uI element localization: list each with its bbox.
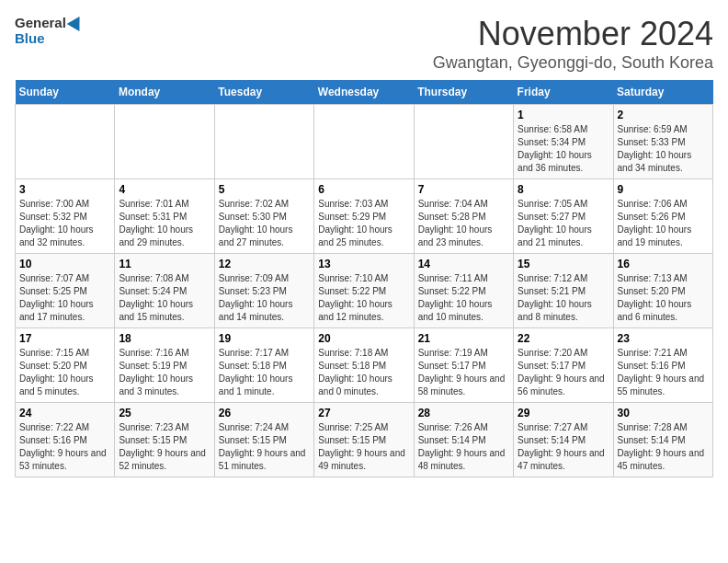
day-number: 18 (119, 332, 210, 345)
day-info: Sunrise: 7:16 AMSunset: 5:19 PMDaylight:… (119, 347, 210, 398)
day-number: 17 (19, 332, 110, 345)
calendar-cell: 8Sunrise: 7:05 AMSunset: 5:27 PMDaylight… (514, 179, 613, 254)
column-header-monday: Monday (115, 80, 214, 105)
day-number: 6 (318, 183, 409, 196)
calendar-cell (414, 105, 513, 179)
day-number: 9 (618, 183, 709, 196)
calendar-week-1: 1Sunrise: 6:58 AMSunset: 5:34 PMDaylight… (16, 105, 713, 179)
column-header-thursday: Thursday (414, 80, 513, 105)
column-header-tuesday: Tuesday (214, 80, 313, 105)
calendar-cell: 28Sunrise: 7:26 AMSunset: 5:14 PMDayligh… (414, 403, 513, 477)
calendar-cell: 10Sunrise: 7:07 AMSunset: 5:25 PMDayligh… (16, 254, 115, 328)
day-info: Sunrise: 7:21 AMSunset: 5:16 PMDaylight:… (618, 347, 709, 398)
day-info: Sunrise: 7:26 AMSunset: 5:14 PMDaylight:… (418, 421, 509, 473)
day-number: 20 (318, 332, 409, 345)
day-number: 22 (518, 332, 609, 345)
day-number: 30 (618, 407, 709, 419)
calendar-week-2: 3Sunrise: 7:00 AMSunset: 5:32 PMDaylight… (16, 179, 713, 254)
logo-blue-text: Blue (15, 30, 45, 46)
calendar-cell: 17Sunrise: 7:15 AMSunset: 5:20 PMDayligh… (16, 328, 115, 403)
day-info: Sunrise: 7:00 AMSunset: 5:32 PMDaylight:… (19, 198, 110, 249)
calendar-cell: 14Sunrise: 7:11 AMSunset: 5:22 PMDayligh… (414, 254, 513, 328)
day-info: Sunrise: 7:23 AMSunset: 5:15 PMDaylight:… (119, 421, 210, 473)
day-number: 7 (418, 183, 509, 196)
calendar-week-5: 24Sunrise: 7:22 AMSunset: 5:16 PMDayligh… (16, 403, 713, 477)
day-number: 29 (518, 407, 609, 419)
day-number: 10 (19, 258, 110, 270)
day-number: 21 (418, 332, 509, 345)
calendar-cell: 25Sunrise: 7:23 AMSunset: 5:15 PMDayligh… (115, 403, 214, 477)
day-number: 19 (219, 332, 310, 345)
day-info: Sunrise: 7:25 AMSunset: 5:15 PMDaylight:… (318, 421, 409, 473)
day-info: Sunrise: 7:02 AMSunset: 5:30 PMDaylight:… (219, 198, 310, 249)
calendar-cell: 2Sunrise: 6:59 AMSunset: 5:33 PMDaylight… (613, 105, 712, 179)
day-info: Sunrise: 7:03 AMSunset: 5:29 PMDaylight:… (318, 198, 409, 249)
column-header-wednesday: Wednesday (314, 80, 414, 105)
day-info: Sunrise: 7:06 AMSunset: 5:26 PMDaylight:… (618, 198, 709, 249)
day-number: 11 (119, 258, 210, 270)
logo: General Blue (15, 15, 84, 46)
calendar-header: SundayMondayTuesdayWednesdayThursdayFrid… (16, 80, 713, 105)
day-number: 4 (119, 183, 210, 196)
day-info: Sunrise: 7:09 AMSunset: 5:23 PMDaylight:… (219, 272, 310, 324)
location-title: Gwangtan, Gyeonggi-do, South Korea (433, 53, 713, 73)
day-number: 16 (618, 258, 709, 270)
day-info: Sunrise: 7:04 AMSunset: 5:28 PMDaylight:… (418, 198, 509, 249)
calendar-cell: 4Sunrise: 7:01 AMSunset: 5:31 PMDaylight… (115, 179, 214, 254)
day-number: 28 (418, 407, 509, 419)
calendar-cell: 9Sunrise: 7:06 AMSunset: 5:26 PMDaylight… (613, 179, 712, 254)
day-info: Sunrise: 7:19 AMSunset: 5:17 PMDaylight:… (418, 347, 509, 398)
day-info: Sunrise: 7:13 AMSunset: 5:20 PMDaylight:… (618, 272, 709, 324)
day-number: 2 (618, 109, 709, 121)
calendar-cell: 18Sunrise: 7:16 AMSunset: 5:19 PMDayligh… (115, 328, 214, 403)
calendar-cell: 15Sunrise: 7:12 AMSunset: 5:21 PMDayligh… (514, 254, 613, 328)
column-header-saturday: Saturday (613, 80, 712, 105)
day-number: 14 (418, 258, 509, 270)
title-section: November 2024 Gwangtan, Gyeonggi-do, Sou… (433, 15, 713, 73)
day-info: Sunrise: 7:10 AMSunset: 5:22 PMDaylight:… (318, 272, 409, 324)
calendar-cell: 3Sunrise: 7:00 AMSunset: 5:32 PMDaylight… (16, 179, 115, 254)
calendar-cell: 20Sunrise: 7:18 AMSunset: 5:18 PMDayligh… (314, 328, 414, 403)
calendar-cell: 19Sunrise: 7:17 AMSunset: 5:18 PMDayligh… (214, 328, 313, 403)
calendar-cell: 26Sunrise: 7:24 AMSunset: 5:15 PMDayligh… (214, 403, 313, 477)
day-number: 3 (19, 183, 110, 196)
page-header: General Blue November 2024 Gwangtan, Gye… (15, 15, 713, 73)
day-info: Sunrise: 7:12 AMSunset: 5:21 PMDaylight:… (518, 272, 609, 324)
day-info: Sunrise: 7:22 AMSunset: 5:16 PMDaylight:… (19, 421, 110, 473)
day-info: Sunrise: 7:08 AMSunset: 5:24 PMDaylight:… (119, 272, 210, 324)
day-number: 12 (219, 258, 310, 270)
day-info: Sunrise: 7:01 AMSunset: 5:31 PMDaylight:… (119, 198, 210, 249)
calendar-cell (16, 105, 115, 179)
day-number: 13 (318, 258, 409, 270)
day-number: 26 (219, 407, 310, 419)
day-info: Sunrise: 7:20 AMSunset: 5:17 PMDaylight:… (518, 347, 609, 398)
day-info: Sunrise: 7:15 AMSunset: 5:20 PMDaylight:… (19, 347, 110, 398)
column-header-friday: Friday (514, 80, 613, 105)
calendar-cell: 22Sunrise: 7:20 AMSunset: 5:17 PMDayligh… (514, 328, 613, 403)
day-info: Sunrise: 6:58 AMSunset: 5:34 PMDaylight:… (518, 123, 609, 175)
day-number: 23 (618, 332, 709, 345)
calendar-cell: 21Sunrise: 7:19 AMSunset: 5:17 PMDayligh… (414, 328, 513, 403)
day-number: 8 (518, 183, 609, 196)
calendar-cell: 24Sunrise: 7:22 AMSunset: 5:16 PMDayligh… (16, 403, 115, 477)
day-info: Sunrise: 7:28 AMSunset: 5:14 PMDaylight:… (618, 421, 709, 473)
day-number: 27 (318, 407, 409, 419)
calendar-cell (115, 105, 214, 179)
day-info: Sunrise: 7:07 AMSunset: 5:25 PMDaylight:… (19, 272, 110, 324)
calendar-week-4: 17Sunrise: 7:15 AMSunset: 5:20 PMDayligh… (16, 328, 713, 403)
day-info: Sunrise: 7:17 AMSunset: 5:18 PMDaylight:… (219, 347, 310, 398)
day-info: Sunrise: 7:18 AMSunset: 5:18 PMDaylight:… (318, 347, 409, 398)
calendar-cell: 29Sunrise: 7:27 AMSunset: 5:14 PMDayligh… (514, 403, 613, 477)
calendar-cell: 23Sunrise: 7:21 AMSunset: 5:16 PMDayligh… (613, 328, 712, 403)
calendar-cell: 1Sunrise: 6:58 AMSunset: 5:34 PMDaylight… (514, 105, 613, 179)
calendar-cell: 27Sunrise: 7:25 AMSunset: 5:15 PMDayligh… (314, 403, 414, 477)
calendar-cell: 5Sunrise: 7:02 AMSunset: 5:30 PMDaylight… (214, 179, 313, 254)
month-title: November 2024 (433, 15, 713, 53)
calendar-cell: 12Sunrise: 7:09 AMSunset: 5:23 PMDayligh… (214, 254, 313, 328)
day-info: Sunrise: 7:05 AMSunset: 5:27 PMDaylight:… (518, 198, 609, 249)
day-number: 1 (518, 109, 609, 121)
day-number: 15 (518, 258, 609, 270)
day-info: Sunrise: 7:27 AMSunset: 5:14 PMDaylight:… (518, 421, 609, 473)
day-number: 25 (119, 407, 210, 419)
day-info: Sunrise: 7:11 AMSunset: 5:22 PMDaylight:… (418, 272, 509, 324)
